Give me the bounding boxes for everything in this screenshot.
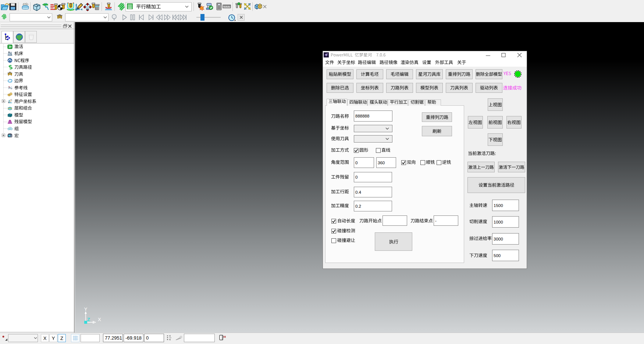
svg-text:Z: Z	[87, 317, 90, 322]
svg-text:X: X	[98, 317, 101, 322]
svg-text:Y: Y	[84, 306, 88, 312]
